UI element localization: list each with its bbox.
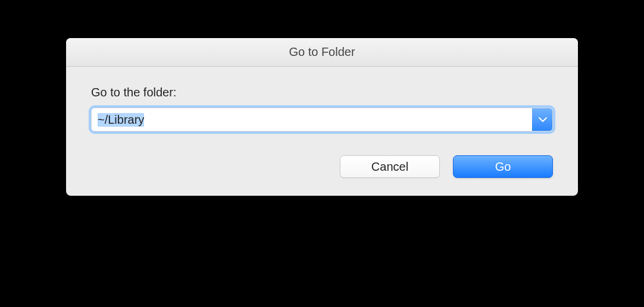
path-input[interactable]: ~/Library [92,108,532,131]
dialog-title: Go to Folder [289,45,355,59]
dialog-body: Go to the folder: ~/Library Cancel Go [66,67,578,196]
path-input-text: ~/Library [98,113,144,127]
button-row: Cancel Go [91,155,553,178]
go-button[interactable]: Go [453,155,553,178]
cancel-button-label: Cancel [371,160,408,174]
chevron-down-icon [539,114,547,125]
path-dropdown-button[interactable] [532,108,552,131]
cancel-button[interactable]: Cancel [340,155,440,178]
path-combobox[interactable]: ~/Library [91,108,553,131]
go-button-label: Go [495,160,511,174]
titlebar: Go to Folder [66,38,578,67]
go-to-folder-dialog: Go to Folder Go to the folder: ~/Library… [66,38,578,196]
path-field-label: Go to the folder: [91,86,553,99]
